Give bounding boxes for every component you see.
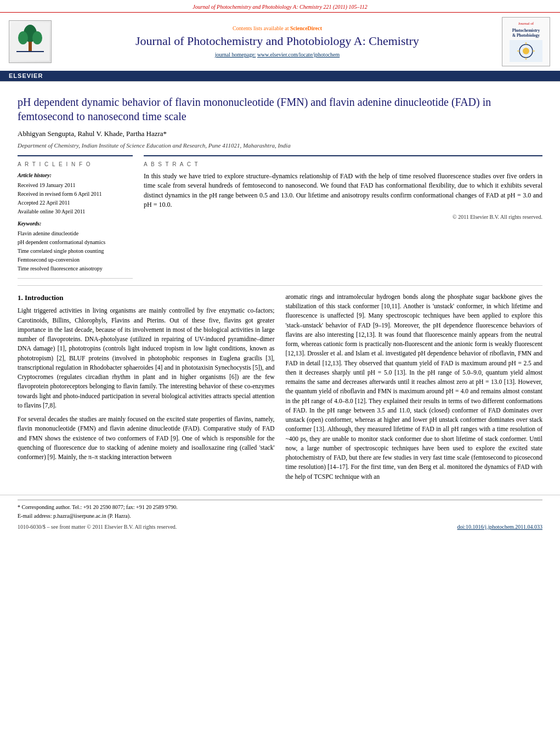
journal-logo-title: Photochemistry& Photobiology	[512, 28, 540, 38]
intro-paragraph-2: For several decades the studies are main…	[18, 415, 275, 462]
elsevier-logo-image	[9, 20, 52, 63]
history-label: Article history:	[18, 172, 133, 179]
journal-citation-line: Journal of Photochemistry and Photobiolo…	[0, 2, 560, 13]
journal-homepage: journal homepage: www.elsevier.com/locat…	[58, 51, 496, 59]
article-info-label: A R T I C L E I N F O	[18, 161, 133, 168]
svg-point-8	[523, 48, 529, 54]
svg-point-4	[32, 31, 42, 44]
right-col-paragraph-1: aromatic rings and intramolecular hydrog…	[286, 292, 543, 482]
elsevier-logo-left	[9, 20, 53, 63]
section-divider	[18, 285, 542, 286]
homepage-url[interactable]: www.elsevier.com/locate/jphotochem	[257, 52, 340, 58]
keywords-label: Keywords:	[18, 220, 133, 228]
email-footnote: E-mail address: p.hazra@iiserpune.ac.in …	[18, 512, 542, 520]
abstract-col: A B S T R A C T In this study we have tr…	[144, 155, 542, 279]
keyword-5: Time resolved fluorescence anisotropy	[18, 265, 133, 273]
elsevier-text: ELSEVIER	[9, 72, 43, 80]
keyword-2: pH dependent conformational dynamics	[18, 239, 133, 246]
abstract-box: A B S T R A C T In this study we have tr…	[144, 155, 542, 225]
article-info-col: A R T I C L E I N F O Article history: R…	[18, 155, 133, 279]
available-date: Available online 30 April 2011	[18, 208, 133, 216]
article-authors: Abhigyan Sengupta, Rahul V. Khade, Parth…	[18, 129, 542, 139]
article-title: pH dependent dynamic behavior of flavin …	[18, 95, 542, 123]
svg-rect-2	[29, 42, 32, 52]
page-wrapper: Journal of Photochemistry and Photobiolo…	[0, 0, 560, 535]
header: Journal of Photochemistry and Photobiolo…	[0, 0, 560, 82]
corresponding-footnote: * Corresponding author. Tel.: +91 20 259…	[18, 504, 542, 511]
sciencedirect-line: Contents lists available at ScienceDirec…	[58, 25, 496, 32]
accepted-date: Accepted 22 April 2011	[18, 199, 133, 207]
abstract-label: A B S T R A C T	[144, 161, 542, 168]
article-info-abstract: A R T I C L E I N F O Article history: R…	[18, 155, 542, 279]
body-col-left: 1. Introduction Light triggered activiti…	[18, 292, 275, 486]
article-info-box: A R T I C L E I N F O Article history: R…	[18, 155, 133, 279]
journal-title: Journal of Photochemistry and Photobiolo…	[58, 33, 496, 49]
received-date: Received 19 January 2011	[18, 182, 133, 189]
elsevier-bar: ELSEVIER	[0, 71, 560, 81]
doi-line: doi:10.1016/j.jphotochem.2011.04.033	[457, 523, 542, 531]
issn-line: 1010-6030/$ – see front matter © 2011 El…	[18, 523, 177, 531]
svg-rect-5	[16, 51, 44, 52]
main-content: pH dependent dynamic behavior of flavin …	[0, 82, 560, 495]
elsevier-tree-svg	[11, 22, 49, 61]
journal-logo-box: Journal of Photochemistry& Photobiology	[502, 17, 550, 66]
intro-heading: 1. Introduction	[18, 292, 275, 303]
footer: * Corresponding author. Tel.: +91 20 259…	[0, 495, 560, 535]
keyword-3: Time correlated single photon counting	[18, 247, 133, 255]
body-text: 1. Introduction Light triggered activiti…	[18, 292, 542, 486]
sciencedirect-brand[interactable]: ScienceDirect	[290, 25, 322, 31]
article-affiliation: Department of Chemistry, Indian Institut…	[18, 142, 542, 150]
svg-point-3	[18, 31, 28, 44]
received-revised-date: Received in revised form 6 April 2011	[18, 190, 133, 198]
journal-logo-graphic	[510, 40, 542, 62]
journal-logo-right: Journal of Photochemistry& Photobiology	[502, 17, 551, 66]
keyword-1: Flavin adenine dinucleotide	[18, 230, 133, 237]
body-col-right: aromatic rings and intramolecular hydrog…	[286, 292, 543, 486]
intro-paragraph-1: Light triggered activities in living org…	[18, 306, 275, 410]
footer-bottom: 1010-6030/$ – see front matter © 2011 El…	[18, 523, 542, 531]
header-center: Contents lists available at ScienceDirec…	[58, 25, 496, 59]
journal-of-label: Journal of	[518, 21, 534, 27]
header-top: Contents lists available at ScienceDirec…	[0, 13, 560, 71]
keyword-4: Femtosecond up-conversion	[18, 256, 133, 264]
abstract-text: In this study we have tried to explore s…	[144, 172, 542, 210]
copyright-line: © 2011 Elsevier B.V. All rights reserved…	[144, 213, 542, 221]
